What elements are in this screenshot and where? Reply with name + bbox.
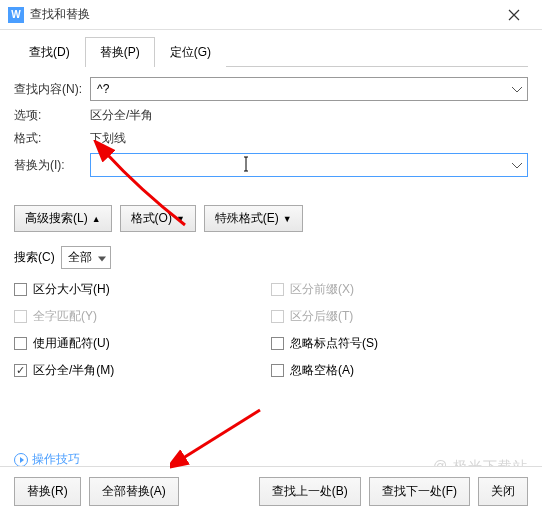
- checkbox-label: 全字匹配(Y): [33, 308, 97, 325]
- format-value: 下划线: [90, 130, 528, 147]
- search-scope-row: 搜索(C) 全部: [14, 246, 528, 269]
- tab-goto[interactable]: 定位(G): [155, 37, 226, 67]
- checkbox-fullhalf[interactable]: 区分全/半角(M): [14, 362, 271, 379]
- checkbox-ignore-punct[interactable]: 忽略标点符号(S): [271, 335, 528, 352]
- find-row: 查找内容(N):: [14, 77, 528, 101]
- checkbox-label: 区分前缀(X): [290, 281, 354, 298]
- play-circle-icon: [14, 453, 28, 467]
- checkbox-label: 使用通配符(U): [33, 335, 110, 352]
- close-button[interactable]: 关闭: [478, 477, 528, 506]
- format-row: 格式: 下划线: [14, 130, 528, 147]
- options-row: 选项: 区分全/半角: [14, 107, 528, 124]
- checkbox-wildcard[interactable]: 使用通配符(U): [14, 335, 271, 352]
- checkbox-label: 忽略标点符号(S): [290, 335, 378, 352]
- chevron-up-icon: ▲: [92, 214, 101, 224]
- options-value: 区分全/半角: [90, 107, 528, 124]
- replace-all-button[interactable]: 全部替换(A): [89, 477, 179, 506]
- special-format-label: 特殊格式(E): [215, 210, 279, 227]
- format-label: 格式:: [14, 130, 90, 147]
- replace-button[interactable]: 替换(R): [14, 477, 81, 506]
- tab-find[interactable]: 查找(D): [14, 37, 85, 67]
- advanced-search-label: 高级搜索(L): [25, 210, 88, 227]
- checkbox-icon: [271, 337, 284, 350]
- tab-replace[interactable]: 替换(P): [85, 37, 155, 67]
- annotation-arrow: [170, 400, 270, 470]
- checkbox-label: 区分后缀(T): [290, 308, 353, 325]
- find-next-button[interactable]: 查找下一处(F): [369, 477, 470, 506]
- chevron-down-icon: ▼: [176, 214, 185, 224]
- scope-label: 搜索(C): [14, 249, 55, 266]
- replace-input[interactable]: [90, 153, 528, 177]
- checkbox-label: 区分大小写(H): [33, 281, 110, 298]
- checkbox-grid: 区分大小写(H) 全字匹配(Y) 使用通配符(U) 区分全/半角(M) 区分前缀…: [14, 281, 528, 379]
- checkbox-suffix: 区分后缀(T): [271, 308, 528, 325]
- find-prev-button[interactable]: 查找上一处(B): [259, 477, 361, 506]
- checkbox-ignore-space[interactable]: 忽略空格(A): [271, 362, 528, 379]
- window-title: 查找和替换: [30, 6, 494, 23]
- app-icon: W: [8, 7, 24, 23]
- checkbox-checked-icon: [14, 364, 27, 377]
- close-icon: [508, 9, 520, 21]
- scope-select[interactable]: 全部: [61, 246, 111, 269]
- checkbox-label: 区分全/半角(M): [33, 362, 114, 379]
- advanced-search-button[interactable]: 高级搜索(L) ▲: [14, 205, 112, 232]
- checkbox-prefix: 区分前缀(X): [271, 281, 528, 298]
- options-button-row: 高级搜索(L) ▲ 格式(O) ▼ 特殊格式(E) ▼: [14, 205, 528, 232]
- footer: 替换(R) 全部替换(A) 查找上一处(B) 查找下一处(F) 关闭: [0, 466, 542, 516]
- scope-value: 全部: [68, 249, 92, 266]
- tab-strip: 查找(D) 替换(P) 定位(G): [14, 36, 528, 67]
- checkbox-icon: [271, 283, 284, 296]
- format-button[interactable]: 格式(O) ▼: [120, 205, 196, 232]
- checkbox-label: 忽略空格(A): [290, 362, 354, 379]
- replace-label: 替换为(I):: [14, 157, 90, 174]
- checkbox-icon: [271, 310, 284, 323]
- checkbox-icon: [14, 310, 27, 323]
- replace-row: 替换为(I):: [14, 153, 528, 177]
- options-label: 选项:: [14, 107, 90, 124]
- checkbox-case[interactable]: 区分大小写(H): [14, 281, 271, 298]
- find-label: 查找内容(N):: [14, 81, 90, 98]
- checkbox-icon: [14, 337, 27, 350]
- checkbox-icon: [271, 364, 284, 377]
- special-format-button[interactable]: 特殊格式(E) ▼: [204, 205, 303, 232]
- close-window-button[interactable]: [494, 1, 534, 29]
- find-input[interactable]: [90, 77, 528, 101]
- title-bar: W 查找和替换: [0, 0, 542, 30]
- dialog-content: 查找(D) 替换(P) 定位(G) 查找内容(N): 选项: 区分全/半角 格式…: [0, 30, 542, 395]
- format-button-label: 格式(O): [131, 210, 172, 227]
- checkbox-icon: [14, 283, 27, 296]
- chevron-down-icon: ▼: [283, 214, 292, 224]
- checkbox-whole-word: 全字匹配(Y): [14, 308, 271, 325]
